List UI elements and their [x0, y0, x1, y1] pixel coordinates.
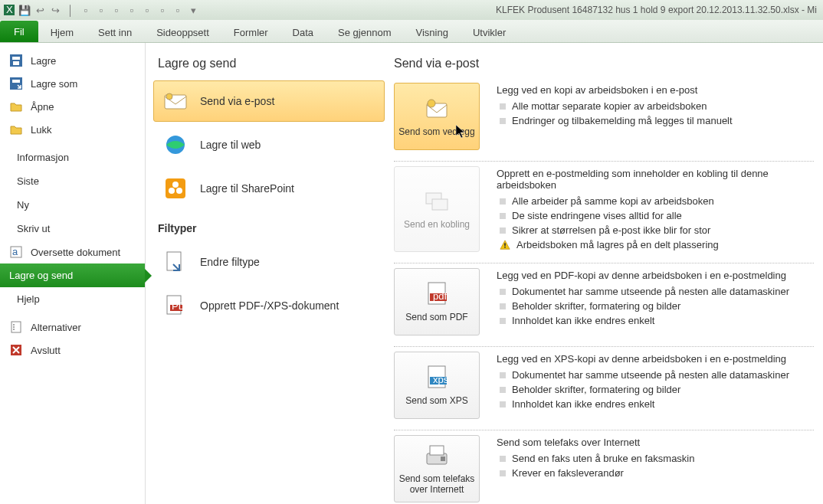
sharepoint-icon: [163, 176, 188, 201]
desc-title: Send som telefaks over Internett: [497, 437, 814, 448]
option-lagre-til-web[interactable]: Lagre til web: [153, 124, 385, 165]
bullet-icon: [500, 118, 506, 124]
desc-bullet: Send en faks uten å bruke en faksmaskin: [500, 451, 814, 466]
sidebar-label: Lukk: [31, 124, 51, 136]
option-label: Lagre til SharePoint: [200, 182, 294, 195]
option-opprett-pdf-xps[interactable]: PDF Opprett PDF-/XPS-dokument: [153, 285, 385, 326]
desc-warning: Arbeidsboken må lagres på en delt plasse…: [500, 237, 814, 252]
qat-icon[interactable]: ▫: [172, 4, 184, 16]
tab-utvikler[interactable]: Utvikler: [461, 22, 518, 42]
tab-fil[interactable]: Fil: [0, 21, 38, 42]
svg-rect-3: [12, 57, 20, 60]
tab-sideoppsett[interactable]: Sideoppsett: [144, 22, 221, 42]
tab-sett-inn[interactable]: Sett inn: [86, 22, 144, 42]
ribbon-tabs: Fil Hjem Sett inn Sideoppsett Formler Da…: [0, 20, 823, 43]
svg-rect-4: [13, 61, 19, 65]
send-option-block: Send som vedleggLegg ved en kopi av arbe…: [394, 78, 814, 162]
sidebar-label: Oversette dokument: [31, 247, 120, 258]
sidebar-label: Avslutt: [31, 345, 61, 356]
big-button-attach[interactable]: Send som vedlegg: [394, 83, 480, 150]
big-button-label: Send som XPS: [405, 395, 467, 406]
pdfxps-icon: PDF: [163, 293, 188, 318]
option-send-via-epost[interactable]: Send via e-post: [153, 80, 385, 122]
send-option-block: Send en koblingOpprett en e-postmelding …: [394, 162, 814, 263]
saveas-icon: [9, 77, 23, 90]
tab-se-gjennom[interactable]: Se gjennom: [326, 22, 403, 42]
svg-point-10: [13, 324, 15, 326]
title-bar: X 💾 ↩ ↪ │ ▫ ▫ ▫ ▫ ▫ ▫ ▫ ▾ KLFEK Produsen…: [0, 0, 823, 20]
desc-title: Opprett en e-postmelding som inneholder …: [497, 168, 814, 191]
sidebar-lukk[interactable]: Lukk: [0, 118, 145, 141]
sidebar-lagre-som[interactable]: Lagre som: [0, 72, 145, 95]
bullet-text: Send en faks uten å bruke en faksmaskin: [512, 453, 694, 464]
sidebar-avslutt[interactable]: Avslutt: [0, 339, 145, 362]
big-button-label: Send som vedlegg: [398, 126, 474, 137]
bullet-text: Innholdet kan ikke endres enkelt: [512, 398, 654, 410]
tab-visning[interactable]: Visning: [403, 22, 460, 42]
changetype-icon: [163, 250, 188, 274]
bullet-icon: [500, 401, 506, 407]
svg-text:pdf: pdf: [433, 290, 447, 302]
qat-icon[interactable]: ▫: [156, 4, 169, 16]
qat-icon[interactable]: ▫: [95, 4, 107, 16]
quick-access-toolbar: X 💾 ↩ ↪ │ ▫ ▫ ▫ ▫ ▫ ▫ ▫ ▾: [3, 4, 199, 16]
bullet-text: Beholder skrifter, formatering og bilder: [512, 300, 680, 312]
description: Opprett en e-postmelding som inneholder …: [497, 166, 814, 252]
save-icon: [9, 54, 23, 67]
svg-rect-6: [12, 80, 20, 83]
send-via-epost-panel: Send via e-post Send som vedleggLegg ved…: [389, 43, 823, 504]
exit-icon: [9, 343, 23, 357]
xps-icon: xps: [424, 365, 450, 391]
fax-icon: [424, 443, 450, 469]
svg-rect-30: [504, 247, 506, 248]
web-icon: [163, 133, 188, 157]
sidebar-informasjon[interactable]: Informasjon: [0, 146, 145, 169]
sidebar-hjelp[interactable]: Hjelp: [0, 287, 145, 311]
save-icon[interactable]: 💾: [18, 4, 31, 16]
window-title: KLFEK Produsent 16487132 hus 1 hold 9 ex…: [496, 5, 817, 15]
qat-icon[interactable]: ▫: [110, 4, 123, 16]
tab-formler[interactable]: Formler: [221, 22, 280, 42]
separator-icon: │: [64, 4, 77, 16]
tab-data[interactable]: Data: [280, 22, 326, 42]
sidebar-ny[interactable]: Ny: [0, 193, 145, 217]
option-label: Lagre til web: [200, 139, 261, 151]
undo-icon[interactable]: ↩: [34, 4, 46, 16]
bullet-text: Krever en faksleverandør: [512, 467, 624, 479]
sidebar-apne[interactable]: Åpne: [0, 95, 145, 118]
sidebar-skriv-ut[interactable]: Skriv ut: [0, 217, 145, 241]
bullet-icon: [500, 372, 506, 378]
big-button-pdf[interactable]: pdfSend som PDF: [394, 268, 480, 335]
desc-bullet: Innholdet kan ikke endres enkelt: [500, 397, 814, 411]
big-button-fax[interactable]: Send som telefaks over Internett: [394, 435, 480, 502]
desc-bullet: Alle mottar separate kopier av arbeidsbo…: [500, 99, 814, 113]
desc-bullet: Dokumentet har samme utseende på nesten …: [500, 368, 814, 382]
svg-rect-29: [504, 243, 506, 246]
redo-icon[interactable]: ↪: [49, 4, 61, 16]
qat-dropdown-icon[interactable]: ▾: [187, 4, 199, 16]
sidebar-lagre[interactable]: Lagre: [0, 49, 145, 72]
desc-bullet: De siste endringene vises alltid for all…: [500, 208, 814, 223]
excel-icon: X: [3, 4, 15, 16]
desc-title: Legg ved en PDF-kopi av denne arbeidsbok…: [497, 270, 814, 281]
sidebar-oversette[interactable]: a Oversette dokument: [0, 241, 145, 263]
qat-icon[interactable]: ▫: [141, 4, 153, 16]
bullet-text: Alle arbeider på samme kopi av arbeidsbo…: [512, 195, 714, 207]
svg-point-19: [176, 188, 182, 194]
svg-point-12: [13, 329, 15, 330]
bullet-icon: [500, 213, 506, 219]
svg-point-15: [166, 93, 172, 100]
tab-hjem[interactable]: Hjem: [38, 22, 86, 42]
option-lagre-til-sharepoint[interactable]: Lagre til SharePoint: [153, 168, 385, 209]
sidebar-alternativer[interactable]: Alternativer: [0, 316, 145, 339]
qat-icon[interactable]: ▫: [80, 4, 92, 16]
option-label: Endre filtype: [200, 256, 260, 268]
send-option-block: Send som telefaks over InternettSend som…: [394, 430, 814, 504]
option-endre-filtype[interactable]: Endre filtype: [153, 241, 385, 283]
big-button-xps[interactable]: xpsSend som XPS: [394, 352, 480, 419]
sidebar-lagre-og-send[interactable]: Lagre og send: [0, 263, 145, 287]
qat-icon[interactable]: ▫: [126, 4, 138, 16]
bullet-icon: [500, 198, 506, 205]
desc-bullet: Krever en faksleverandør: [500, 466, 814, 480]
sidebar-siste[interactable]: Siste: [0, 169, 145, 193]
